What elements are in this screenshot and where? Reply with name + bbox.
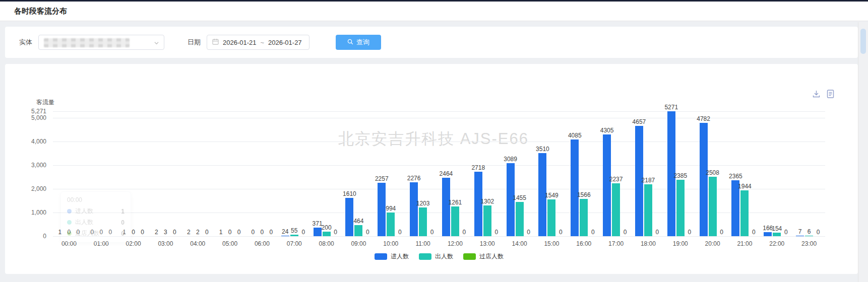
bar-value-label: 200 xyxy=(322,224,332,231)
bar-value-label: 3 xyxy=(164,229,167,236)
bar-出人数[interactable] xyxy=(323,232,331,236)
x-axis-label: 11:00 xyxy=(416,240,430,247)
bar-value-label: 1 xyxy=(219,229,223,236)
x-axis-label: 12:00 xyxy=(448,240,463,247)
bar-value-label: 0 xyxy=(720,229,723,236)
bar-进人数[interactable] xyxy=(345,198,353,236)
bar-value-label: 0 xyxy=(688,229,691,236)
bar-value-label: 1302 xyxy=(480,198,494,205)
query-button[interactable]: 查询 xyxy=(336,35,381,50)
x-axis-label: 04:00 xyxy=(190,240,205,247)
bar-出人数[interactable] xyxy=(709,177,717,236)
x-axis-label: 23:00 xyxy=(801,240,817,247)
entity-label: 实体 xyxy=(19,38,32,47)
series-dot-icon xyxy=(67,209,72,214)
bar-出人数[interactable] xyxy=(612,183,620,236)
scrollbar-thumb[interactable] xyxy=(860,29,866,54)
bar-value-label: 1549 xyxy=(545,192,559,199)
bar-value-label: 0 xyxy=(784,229,788,236)
x-axis-label: 05:00 xyxy=(222,240,237,247)
x-axis-label: 21:00 xyxy=(737,240,752,247)
bar-出人数[interactable] xyxy=(805,236,813,236)
bar-value-label: 1610 xyxy=(343,190,356,197)
y-axis-tick-label: 3,000 xyxy=(5,162,46,169)
bar-value-label: 0 xyxy=(463,229,466,236)
bar-进人数[interactable] xyxy=(764,232,772,236)
y-axis-tick-label: 0 xyxy=(5,233,46,240)
legend-item-进人数[interactable]: 进人数 xyxy=(375,252,409,261)
y-gridline xyxy=(53,142,825,142)
bar-进人数[interactable] xyxy=(281,236,289,236)
scrollbar-track[interactable] xyxy=(858,22,868,282)
bar-出人数[interactable] xyxy=(580,199,588,236)
x-axis-label: 10:00 xyxy=(383,240,398,247)
bar-出人数[interactable] xyxy=(644,184,652,236)
bar-value-label: 2508 xyxy=(706,169,719,176)
bar-出人数[interactable] xyxy=(773,233,781,236)
y-gridline xyxy=(53,236,825,237)
bar-value-label: 0 xyxy=(301,229,305,236)
legend-swatch xyxy=(419,253,431,260)
bar-value-label: 2718 xyxy=(471,164,485,171)
bar-value-label: 0 xyxy=(527,229,530,236)
legend-item-过店人数[interactable]: 过店人数 xyxy=(463,252,504,261)
bar-进人数[interactable] xyxy=(410,182,418,236)
bar-value-label: 6 xyxy=(808,228,811,235)
series-dot-icon xyxy=(67,220,72,225)
bar-出人数[interactable] xyxy=(676,180,685,236)
x-axis-label: 18:00 xyxy=(641,240,656,247)
bar-value-label: 1261 xyxy=(449,199,462,206)
page-title: 各时段客流分布 xyxy=(14,7,67,16)
x-axis-label: 14:00 xyxy=(512,240,527,247)
x-axis-label: 08:00 xyxy=(319,240,334,247)
legend-swatch xyxy=(463,253,476,260)
bar-value-label: 5271 xyxy=(664,104,678,111)
bar-进人数[interactable] xyxy=(378,183,386,236)
bar-value-label: 1203 xyxy=(416,200,430,207)
bar-进人数[interactable] xyxy=(700,123,708,236)
bar-出人数[interactable] xyxy=(419,207,427,236)
page: 各时段客流分布 实体 日期 2026-01-21 ~ 2026-01-27 查询 xyxy=(0,0,868,282)
legend-item-出人数[interactable]: 出人数 xyxy=(419,252,453,261)
bar-进人数[interactable] xyxy=(796,236,804,236)
bar-出人数[interactable] xyxy=(354,225,362,236)
date-range-picker[interactable]: 2026-01-21 ~ 2026-01-27 xyxy=(207,35,309,50)
bar-value-label: 2385 xyxy=(673,172,687,179)
bar-value-label: 0 xyxy=(261,229,264,236)
entity-select[interactable] xyxy=(38,35,164,50)
bar-出人数[interactable] xyxy=(516,202,524,236)
bar-value-label: 0 xyxy=(591,229,595,236)
y-axis-tick-label: 2,000 xyxy=(5,185,46,192)
bar-value-label: 0 xyxy=(624,229,627,236)
bar-value-label: 0 xyxy=(270,229,273,236)
bar-value-label: 24 xyxy=(282,228,288,235)
x-axis-label: 06:00 xyxy=(255,240,270,247)
bar-进人数[interactable] xyxy=(442,178,450,236)
bar-出人数[interactable] xyxy=(290,235,298,236)
bar-value-label: 0 xyxy=(366,229,369,236)
bar-进人数[interactable] xyxy=(603,134,611,236)
bar-value-label: 154 xyxy=(772,225,782,232)
bar-value-label: 0 xyxy=(141,229,144,236)
tooltip-series-label: 出人数 xyxy=(75,218,93,227)
date-end-value: 2026-01-27 xyxy=(268,39,302,46)
x-axis-label: 03:00 xyxy=(158,240,173,247)
date-start-value: 2026-01-21 xyxy=(223,39,257,46)
bar-value-label: 0 xyxy=(173,229,176,236)
header: 各时段客流分布 xyxy=(0,2,868,21)
bar-出人数[interactable] xyxy=(483,205,491,236)
bar-出人数[interactable] xyxy=(547,199,555,236)
bar-出人数[interactable] xyxy=(387,213,395,236)
bar-value-label: 0 xyxy=(334,229,337,236)
bar-出人数[interactable] xyxy=(451,206,459,236)
tooltip-row: 进人数1 xyxy=(67,207,125,216)
bar-进人数[interactable] xyxy=(571,139,579,236)
x-axis-label: 09:00 xyxy=(351,240,366,247)
legend-label: 过店人数 xyxy=(479,252,504,261)
plot-area: 01,0002,0003,0004,0005,0005,27100:001000… xyxy=(5,64,858,274)
bar-出人数[interactable] xyxy=(740,190,749,236)
bar-进人数[interactable] xyxy=(314,228,322,236)
chart-legend: 进人数出人数过店人数 xyxy=(375,252,504,261)
bar-value-label: 0 xyxy=(237,229,241,236)
y-axis-tick-label: 5,271 xyxy=(5,108,46,115)
